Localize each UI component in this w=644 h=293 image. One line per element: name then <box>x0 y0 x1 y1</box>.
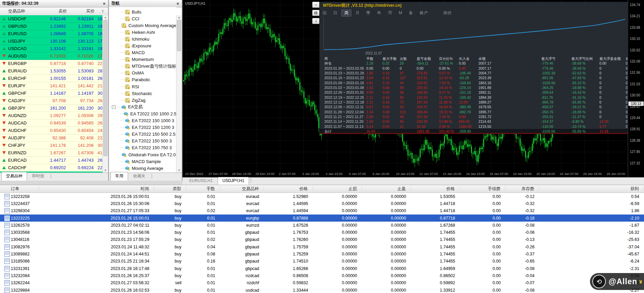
navigator-item[interactable]: f ZigZag <box>109 97 176 104</box>
navigator-item[interactable]: f RSI <box>109 83 176 90</box>
close-icon[interactable]: × <box>176 1 180 6</box>
stats-menu-item[interactable]: 季 <box>364 10 373 16</box>
navigator-item[interactable]: f Ichimoku <box>109 36 176 42</box>
order-row[interactable]: 132313912023.01.26 16:17:48buy0.01gbpcad… <box>0 265 644 272</box>
market-watch-row[interactable]: USDCHF 0.92146 0.92164 18 <box>0 15 103 23</box>
order-row[interactable]: 132320842023.01.26 16:25:37buy0.01nzdcad… <box>0 272 644 279</box>
navigator-item[interactable]: EA T2022 150 500 2.5 <box>109 131 176 138</box>
orders-column-header[interactable]: 价格 <box>411 186 460 191</box>
stats-menu-item[interactable]: 账户 <box>417 10 430 16</box>
navigator-item[interactable]: EA T2022 150 1000 2.5 <box>109 110 176 117</box>
market-watch-row[interactable]: GBPCHF 1.14167 1.14197 30 <box>0 90 103 97</box>
market-watch-row[interactable]: AUDCHF 0.65430 0.65454 24 <box>0 127 103 134</box>
navigator-item[interactable]: f Momentum <box>109 56 176 63</box>
orders-column-header[interactable]: 交易品种 <box>220 186 264 191</box>
scroll-down-icon[interactable]: ▼ <box>176 169 182 172</box>
close-icon[interactable]: × <box>102 1 106 6</box>
column-ask[interactable]: 买价 <box>67 8 95 14</box>
orders-column-header[interactable]: 时间 <box>39 186 154 191</box>
order-row[interactable]: 130481162023.01.23 17:55:29buy0.02gbpaud… <box>0 236 644 243</box>
orders-column-header[interactable]: 止损 <box>313 186 362 191</box>
order-row[interactable]: 130829762023.01.24 11:48:32buy0.04gbpaud… <box>0 243 644 250</box>
scroll-thumb[interactable] <box>177 20 181 51</box>
navigator-item[interactable]: f iExposure <box>109 42 176 49</box>
chart-button-check[interactable]: √ <box>312 18 320 24</box>
mtdriver-stats-panel[interactable]: MTDriver统计 ,V3.12 (http://mtdriver.cn) 综… <box>319 2 628 134</box>
chart-tab-EURUSD,H1[interactable]: EURUSD,H1 <box>184 177 217 185</box>
navigator-item[interactable]: f OsMA <box>109 70 176 76</box>
orders-column-header[interactable]: 手续费 <box>460 186 505 191</box>
market-watch-row[interactable]: CHFJPY 141.176 141.206 30 <box>0 142 103 149</box>
market-watch-row[interactable]: EURUSD 1.08689 1.08705 16 <box>0 30 103 38</box>
stats-menu-item[interactable]: 日 <box>330 10 340 16</box>
navigator-item[interactable]: f Bulls <box>109 8 176 15</box>
tab-常用[interactable]: 常用 <box>110 172 128 181</box>
market-watch-row[interactable]: USDCAD 1.33142 1.33161 19 <box>0 45 103 52</box>
order-row[interactable]: 130898822023.01.24 14:44:51buy0.08gbpaud… <box>0 250 644 257</box>
navigator-item[interactable]: − EA交易 <box>109 104 176 110</box>
stats-menu-item[interactable]: 周 <box>341 9 351 17</box>
orders-column-header[interactable]: 订单 <box>9 186 39 191</box>
column-bid[interactable]: 卖价 <box>35 8 67 14</box>
navigator-item[interactable]: f MTDriver盈亏统计指标 <box>109 63 176 70</box>
order-row[interactable]: 132232252023.01.26 15:00:01buy0.01eurgbp… <box>0 215 644 222</box>
stats-menu-item[interactable]: 年 <box>374 10 384 16</box>
stats-menu-item[interactable]: 币 <box>385 10 395 16</box>
orders-column-header[interactable]: 价格 <box>264 186 313 191</box>
market-watch-scrollbar[interactable]: ▲ ▼ <box>102 15 108 173</box>
market-watch-row[interactable]: GBPJPY 161.200 161.230 30 <box>0 105 103 112</box>
orders-column-header[interactable]: 止盈 <box>362 186 411 191</box>
market-watch-row[interactable]: EURGBP 0.87718 0.87740 22 <box>0 60 103 67</box>
column-symbol[interactable]: 交易品种 <box>8 8 35 14</box>
stats-menu-item[interactable]: 综 <box>320 10 329 16</box>
chart-button-minimize[interactable]: − <box>312 2 320 8</box>
order-row[interactable]: 132298842023.01.26 16:02:53buy0.01usdcad… <box>0 287 644 293</box>
market-watch-row[interactable]: EURAUD 1.53055 1.53083 28 <box>0 67 103 75</box>
market-watch-row[interactable]: AUDCAD 0.94539 0.94565 26 <box>0 119 103 127</box>
chart-tab-USDJPY,H1[interactable]: USDJPY,H1 <box>218 177 249 185</box>
navigator-item[interactable]: f Stochastic <box>109 90 176 97</box>
order-row[interactable]: 132625782023.01.27 04:02:11buy0.01eurnzd… <box>0 222 644 229</box>
order-row[interactable]: 132622442023.01.27 03:56:32sell0.01nzdch… <box>0 279 644 287</box>
market-watch-row[interactable]: GBPUSD 1.23892 1.23911 19 <box>0 23 103 30</box>
navigator-item[interactable]: f Custom Moving Averages <box>109 22 176 29</box>
market-watch-row[interactable]: EURCAD 1.44717 1.44743 26 <box>0 157 103 164</box>
market-watch-row[interactable]: EURJPY 141.421 141.442 21 <box>0 82 103 90</box>
order-row[interactable]: 130335682023.01.23 14:56:06buy0.01gbpaud… <box>0 229 644 236</box>
collapse-icon[interactable]: − <box>112 105 116 109</box>
orders-column-header[interactable]: 手数 <box>186 186 220 191</box>
scroll-up-icon[interactable]: ▲ <box>103 16 108 19</box>
navigator-item[interactable]: EA T2022 150 750 3 <box>109 144 176 151</box>
market-watch-row[interactable]: CADCHF 0.69202 0.69224 22 <box>0 164 103 172</box>
scroll-down-icon[interactable]: ▼ <box>103 169 108 172</box>
tab-即时图[interactable]: 即时图 <box>27 172 49 181</box>
market-watch-row[interactable]: USDJPY 130.106 130.123 17 <box>0 38 103 45</box>
stats-menu-item[interactable]: 月 <box>353 10 362 16</box>
scroll-thumb[interactable] <box>103 20 107 156</box>
tab-交易品种[interactable]: 交易品种 <box>1 172 27 181</box>
orders-column-header[interactable]: 库存费 <box>505 186 539 191</box>
navigator-item[interactable]: f Heiken Ashi <box>109 29 176 36</box>
navigator-item[interactable]: Moving Average <box>109 165 176 172</box>
market-watch-row[interactable]: AUDUSD 0.71003 0.71020 17 <box>0 52 103 60</box>
order-row[interactable]: 132983042023.01.27 17:05:33buy0.02eurcad… <box>0 207 644 215</box>
orders-column-header[interactable]: 获利 <box>539 186 644 191</box>
navigator-item[interactable]: f CCI <box>109 15 176 22</box>
navigator-scrollbar[interactable]: ▲ ▼ <box>176 15 182 173</box>
order-row[interactable]: 132232582023.01.26 15:00:01buy0.01euraud… <box>0 193 644 200</box>
market-watch-row[interactable]: CADJPY 97.708 97.734 26 <box>0 97 103 105</box>
stats-menu-item[interactable]: 路径 <box>441 10 454 16</box>
navigator-item[interactable]: f Parabolic <box>109 76 176 83</box>
stats-menu-item[interactable]: 备 <box>406 10 416 16</box>
column-spread[interactable]: ! <box>95 9 103 14</box>
navigator-item[interactable]: MACD Sample <box>109 158 176 165</box>
orders-column-header[interactable]: 类型 <box>154 186 186 191</box>
stats-menu-item[interactable]: M <box>396 10 405 16</box>
navigator-item[interactable]: EA T2022 150 1200 3 <box>109 124 176 131</box>
market-watch-row[interactable]: EURCHF 1.00155 1.00181 26 <box>0 75 103 82</box>
order-row[interactable]: 132244372023.01.26 15:30:06buy0.01eurcad… <box>0 200 644 207</box>
navigator-item[interactable]: EA T2022 150 500 3 <box>109 138 176 144</box>
market-watch-row[interactable]: AUDJPY 92.386 92.408 22 <box>0 134 103 142</box>
order-row[interactable]: 131850662023.01.25 21:16:34buy0.16gbpaud… <box>0 258 644 265</box>
scroll-up-icon[interactable]: ▲ <box>176 16 182 19</box>
